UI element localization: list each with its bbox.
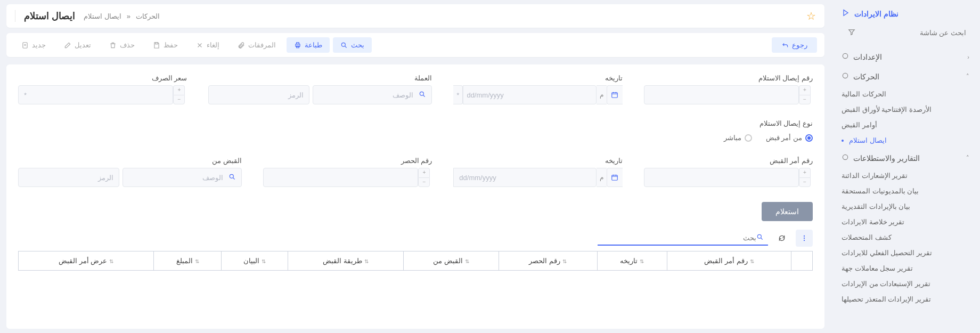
spinner-down-icon[interactable]: − [418,177,430,188]
sidebar-search[interactable] [839,25,971,40]
receipt-no-spinner[interactable]: + − [799,85,811,104]
grid-column-header[interactable]: ⇅تاريخه [597,251,667,271]
sidebar-search-input[interactable] [855,29,966,37]
app-title: نظام الايرادات [854,10,899,18]
sort-icon: ⇅ [364,258,369,264]
filter-icon [848,28,855,37]
currency-code-input[interactable] [208,85,309,104]
sidebar-item[interactable]: أوامر القبض [831,117,980,133]
calendar-icon[interactable] [607,85,623,104]
spinner-down-icon[interactable]: − [799,95,811,105]
print-button[interactable]: طباعة [287,37,330,53]
rate-label: سعر الصرف [18,74,187,82]
save-button[interactable]: حفظ [145,37,185,53]
type-from-order-label: من أمر قبض [766,134,802,142]
order-no-input[interactable] [644,168,799,187]
attachments-button[interactable]: المرفقات [230,37,283,53]
lookup-search-icon[interactable] [228,173,236,182]
search-button[interactable]: بحث [333,37,372,53]
sidebar-section-title[interactable]: ‹الإعدادات [831,47,980,67]
sidebar-item[interactable]: تقرير التحصيل الفعلي للايرادات [831,245,980,261]
print-icon [294,42,301,49]
chevron-up-icon: ˄ [966,73,969,80]
rate-spinner[interactable]: + − [173,85,185,104]
sidebar-item[interactable]: الأرصدة الإفتتاحية لأوراق القبض [831,102,980,117]
type-direct-label: مباشر [724,134,741,142]
breadcrumb-current: ايصال استلام [84,12,121,20]
sidebar-item[interactable]: بيان بالمديونيات المستحقة [831,183,980,199]
grid-refresh-button[interactable] [773,230,790,247]
svg-point-10 [420,92,424,95]
gear-icon [842,52,849,61]
currency-desc-input[interactable] [318,91,419,99]
delete-label: حذف [120,41,135,49]
sidebar-item[interactable]: ايصال استلام [831,133,980,148]
edit-label: تعديل [75,41,91,49]
receive-from-code-input[interactable] [18,168,119,187]
query-button[interactable]: استعلام [762,202,813,221]
sidebar-item[interactable]: تقرير الإيرادات المتعذر تحصيلها [831,291,980,307]
spinner-down-icon[interactable]: − [173,95,185,105]
delete-button[interactable]: حذف [102,37,142,53]
svg-point-3 [341,43,345,46]
receipt-no-input[interactable] [644,85,799,104]
sort-icon: ⇅ [640,258,644,264]
svg-point-15 [804,240,805,241]
restrict-no-input[interactable] [263,168,418,187]
new-button[interactable]: جديد [14,37,53,53]
sidebar-item[interactable]: الحركات المالية [831,86,980,102]
sidebar-item[interactable]: تقرير الإستبعادات من الإيرادات [831,276,980,291]
grid-column-header[interactable]: ⇅عرض أمر القبض [19,251,154,271]
restrict-no-label: رقم الحصر [263,157,432,165]
edit-button[interactable]: تعديل [56,37,99,53]
save-label: حفظ [164,41,178,49]
rate-input[interactable] [18,85,173,104]
sidebar-section-label: الحركات [853,72,879,81]
sidebar-item[interactable]: تقرير سجل معاملات جهة [831,261,980,276]
query-button-label: استعلام [775,207,799,216]
spinner-up-icon[interactable]: + [418,168,430,177]
receive-from-desc-input[interactable] [128,174,228,182]
grid-column-header[interactable]: ⇅رقم أمر القبض [667,251,791,271]
calendar-icon[interactable] [607,168,623,187]
grid-column-header[interactable]: ⇅البيان [222,251,288,271]
type-direct-radio[interactable]: مباشر [724,134,752,142]
grid-column-header[interactable]: ⇅طريقة القبض [288,251,403,271]
grid-search[interactable] [598,231,768,246]
sort-icon: ⇅ [262,258,266,264]
favorite-icon[interactable]: ☆ [806,10,816,22]
sidebar-section-title[interactable]: ˄التقارير والاستطلاعات [831,148,980,168]
spinner-up-icon[interactable]: + [799,85,811,95]
sidebar-section-label: الإعدادات [853,53,882,61]
grid-column-label: القبض من [433,257,463,265]
spinner-up-icon[interactable]: + [799,168,811,177]
sidebar-section-title[interactable]: ˄الحركات [831,67,980,86]
receipt-no-label: رقم إيصال الاستلام [644,74,813,82]
grid-column-header[interactable]: ⇅القبض من [403,251,499,271]
save-icon [153,42,160,49]
receipt-date-input[interactable] [463,85,596,104]
grid-search-input[interactable] [600,234,756,242]
order-date-input[interactable] [453,168,596,187]
breadcrumb-root[interactable]: الحركات [136,12,160,20]
order-no-spinner[interactable]: + − [799,168,811,187]
restrict-no-spinner[interactable]: + − [418,168,430,187]
spinner-up-icon[interactable]: + [173,85,185,95]
back-button[interactable]: رجوع [772,37,817,53]
type-from-order-radio[interactable]: من أمر قبض [766,134,813,142]
sidebar-item[interactable]: بيان بالإيرادات التقديرية [831,199,980,214]
sidebar-item[interactable]: تقرير خلاصة الايرادات [831,214,980,230]
sidebar: نظام الايرادات ‹الإعدادات˄الحركاتالحركات… [831,0,980,333]
lookup-search-icon[interactable] [419,91,426,100]
top-bar: ☆ الحركات « ايصال استلام ايصال استلام [6,4,824,28]
grid-menu-button[interactable] [796,230,813,247]
spinner-down-icon[interactable]: − [799,177,811,188]
results-grid: ⇅رقم أمر القبض⇅تاريخه⇅رقم الحصر⇅القبض من… [18,251,813,271]
cancel-button[interactable]: إلغاء [189,37,227,53]
receipt-type-label: نوع إيصال الاستلام [614,119,813,127]
sidebar-item[interactable]: تقرير الإشعارات الدائنة [831,168,980,183]
app-logo-icon [842,9,850,19]
grid-column-header[interactable]: ⇅المبلغ [154,251,222,271]
grid-column-header[interactable]: ⇅رقم الحصر [499,251,597,271]
sidebar-item[interactable]: كشف المتحصلات [831,230,980,245]
